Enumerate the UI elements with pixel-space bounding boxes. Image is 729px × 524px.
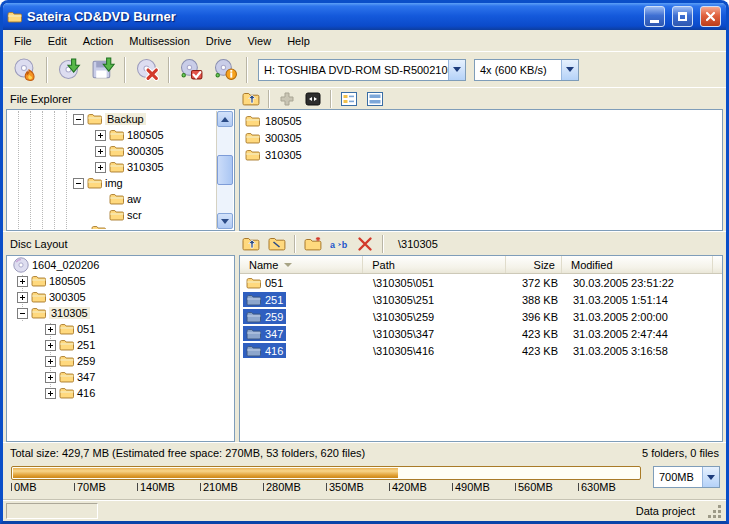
- menu-edit[interactable]: Edit: [40, 32, 75, 50]
- collapse-toggle[interactable]: [73, 178, 84, 189]
- tree-item-259[interactable]: 259: [9, 353, 232, 369]
- tree-item-300305[interactable]: 300305: [9, 289, 232, 305]
- add-files-button[interactable]: [275, 89, 299, 109]
- toolbar-separator: [330, 90, 332, 108]
- scale-tick: 630MB: [578, 481, 641, 493]
- scroll-up-button[interactable]: [217, 111, 233, 127]
- scroll-down-button[interactable]: [217, 213, 233, 229]
- tree-item-180505[interactable]: 180505: [9, 127, 232, 143]
- tree-item-347[interactable]: 347: [9, 369, 232, 385]
- list-view-button[interactable]: [363, 89, 387, 109]
- expand-toggle[interactable]: [17, 292, 28, 303]
- disc-size-select[interactable]: 700MB: [653, 466, 720, 488]
- up-directory-button[interactable]: [239, 89, 263, 109]
- expand-toggle[interactable]: [95, 162, 106, 173]
- folder-icon: [246, 294, 261, 306]
- resize-grip[interactable]: [709, 506, 723, 520]
- verify-disc-button[interactable]: [174, 55, 208, 85]
- toolbar-separator: [268, 90, 270, 108]
- file-item-310305[interactable]: 310305: [240, 146, 722, 163]
- column-header-modified[interactable]: Modified: [562, 256, 713, 273]
- capacity-area: 0MB 70MB 140MB 210MB 280MB 350MB 420MB 4…: [3, 463, 726, 499]
- collapse-toggle[interactable]: [73, 114, 84, 125]
- drive-select[interactable]: H: TOSHIBA DVD-ROM SD-R50021031: [258, 59, 466, 81]
- expand-toggle[interactable]: [45, 388, 56, 399]
- file-item-180505[interactable]: 180505: [240, 112, 722, 129]
- file-explorer-tree: Backup 180505 300305 310305: [9, 111, 232, 229]
- tree-item-img[interactable]: img: [9, 175, 232, 191]
- expand-toggle[interactable]: [17, 276, 28, 287]
- expand-toggle[interactable]: [45, 356, 56, 367]
- menu-view[interactable]: View: [239, 32, 279, 50]
- maximize-icon: [678, 12, 687, 21]
- menu-multisession[interactable]: Multisession: [121, 32, 198, 50]
- expand-toggle[interactable]: [45, 372, 56, 383]
- table-row-347[interactable]: 347 \310305\347 423 KB 31.03.2005 2:47:4…: [240, 325, 722, 342]
- close-button[interactable]: [700, 6, 721, 27]
- tree-item-label: 180505: [127, 129, 164, 141]
- root-directory-button[interactable]: [265, 234, 289, 254]
- expand-toggle[interactable]: [45, 340, 56, 351]
- tree-item-251[interactable]: 251: [9, 337, 232, 353]
- mask-button[interactable]: [301, 89, 325, 109]
- tree-item-backup[interactable]: Backup: [9, 111, 232, 127]
- icons-view-button[interactable]: [337, 89, 361, 109]
- tree-item-scr[interactable]: scr: [9, 207, 232, 223]
- table-row-416[interactable]: 416 \310305\416 423 KB 31.03.2005 3:16:5…: [240, 342, 722, 359]
- tree-item-310305[interactable]: 310305: [9, 305, 232, 321]
- cell-name: 051: [265, 277, 283, 289]
- expand-toggle[interactable]: [95, 130, 106, 141]
- chevron-down-icon[interactable]: [561, 60, 578, 80]
- expand-toggle[interactable]: [95, 146, 106, 157]
- tree-item-aw[interactable]: aw: [9, 191, 232, 207]
- table-row-051[interactable]: 051 \310305\051 372 KB 30.03.2005 23:51:…: [240, 274, 722, 291]
- cell-name: 347: [265, 328, 283, 340]
- minimize-button[interactable]: [644, 6, 665, 27]
- disc-layout-tree-panel: 1604_020206 180505 300305 310305: [6, 255, 235, 442]
- rename-button[interactable]: a b: [327, 234, 351, 254]
- save-image-button[interactable]: [86, 55, 120, 85]
- chevron-down-icon[interactable]: [448, 60, 465, 80]
- tree-scrollbar[interactable]: [216, 111, 233, 229]
- table-row-259[interactable]: 259 \310305\259 396 KB 31.03.2005 2:00:0…: [240, 308, 722, 325]
- folder-icon: [246, 311, 261, 323]
- delete-button[interactable]: [353, 234, 377, 254]
- tree-item-partial[interactable]: [9, 223, 232, 229]
- tree-item-disc-root[interactable]: 1604_020206: [9, 257, 232, 273]
- maximize-button[interactable]: [672, 6, 693, 27]
- table-row-251[interactable]: 251 \310305\251 388 KB 31.03.2005 1:51:1…: [240, 291, 722, 308]
- menu-file[interactable]: File: [6, 32, 40, 50]
- chevron-down-icon[interactable]: [702, 467, 719, 487]
- folder-icon: [245, 149, 260, 161]
- tree-item-416[interactable]: 416: [9, 385, 232, 401]
- column-header-path[interactable]: Path: [363, 256, 506, 273]
- tree-item-051[interactable]: 051: [9, 321, 232, 337]
- capacity-fill: [13, 468, 398, 478]
- menu-drive[interactable]: Drive: [198, 32, 240, 50]
- erase-disc-button[interactable]: [130, 55, 164, 85]
- scroll-thumb[interactable]: [217, 155, 233, 185]
- disc-info-button[interactable]: [208, 55, 242, 85]
- burn-disc-button[interactable]: [8, 55, 42, 85]
- file-explorer-tree-panel: Backup 180505 300305 310305: [6, 109, 235, 231]
- file-item-300305[interactable]: 300305: [240, 129, 722, 146]
- tree-item-310305[interactable]: 310305: [9, 159, 232, 175]
- tree-item-180505[interactable]: 180505: [9, 273, 232, 289]
- new-folder-button[interactable]: [301, 234, 325, 254]
- speed-select[interactable]: 4x (600 KB/s): [474, 59, 579, 81]
- collapse-toggle[interactable]: [17, 308, 28, 319]
- column-header-size[interactable]: Size: [506, 256, 562, 273]
- menu-action[interactable]: Action: [75, 32, 122, 50]
- tree-item-300305[interactable]: 300305: [9, 143, 232, 159]
- menu-help[interactable]: Help: [279, 32, 318, 50]
- cell-size: 396 KB: [508, 311, 564, 323]
- toolbar-separator: [382, 235, 384, 253]
- folder-icon: [245, 132, 260, 144]
- expand-toggle[interactable]: [45, 324, 56, 335]
- open-image-button[interactable]: [52, 55, 86, 85]
- window-title: Sateira CD&DVD Burner: [27, 9, 637, 24]
- tree-item-label: 300305: [49, 291, 86, 303]
- column-header-name[interactable]: Name: [240, 256, 363, 273]
- up-directory-button[interactable]: [239, 234, 263, 254]
- scroll-track[interactable]: [217, 127, 233, 213]
